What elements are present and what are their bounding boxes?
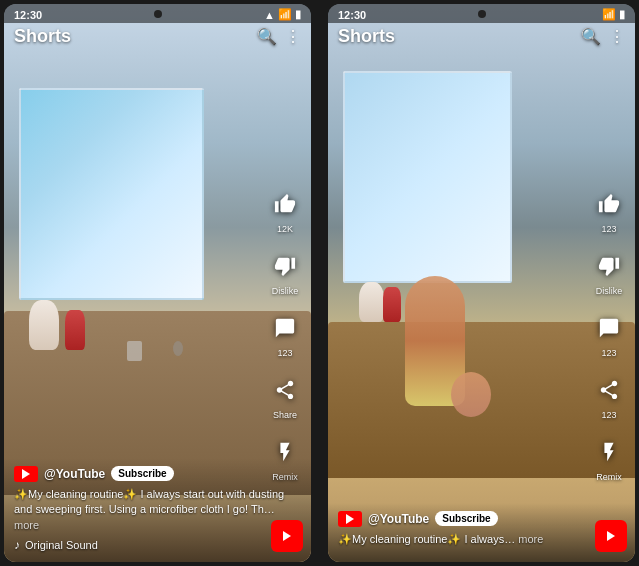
- right-comment-icon: [591, 310, 627, 346]
- left-description: ✨My cleaning routine✨ I always start out…: [14, 487, 301, 533]
- left-bottom-info: @YouTube Subscribe ✨My cleaning routine✨…: [4, 458, 311, 562]
- left-dislike-icon: [267, 248, 303, 284]
- left-subscribe-button[interactable]: Subscribe: [111, 466, 173, 481]
- toy: [29, 300, 59, 350]
- right-search-button[interactable]: 🔍: [581, 27, 601, 46]
- table-item2: [173, 341, 183, 356]
- left-dislike-label: Dislike: [272, 286, 299, 296]
- left-like-action[interactable]: 12K: [267, 186, 303, 234]
- right-yt-music-button[interactable]: [595, 520, 627, 552]
- left-top-icons: 🔍 ⋮: [257, 27, 301, 46]
- right-yt-play: [346, 514, 354, 524]
- left-search-button[interactable]: 🔍: [257, 27, 277, 46]
- left-phone: 12:30 ▲ 📶 ▮ Shorts 🔍 ⋮ 12K: [4, 4, 311, 562]
- right-comment-count: 123: [601, 348, 616, 358]
- right-share-icon: [591, 372, 627, 408]
- left-sound-label: Original Sound: [25, 539, 98, 551]
- right-more-button[interactable]: ⋮: [609, 27, 625, 46]
- right-camera-dot: [478, 10, 486, 18]
- left-like-icon: [267, 186, 303, 222]
- right-remix-action[interactable]: Remix: [591, 434, 627, 482]
- camera-dot: [154, 10, 162, 18]
- right-subscribe-button[interactable]: Subscribe: [435, 511, 497, 526]
- left-comment-action[interactable]: 123: [267, 310, 303, 358]
- left-comment-icon: [267, 310, 303, 346]
- right-yt-logo: [338, 511, 362, 527]
- right-toy: [359, 282, 384, 322]
- right-yt-music-play-icon: [607, 531, 615, 541]
- left-yt-music-button[interactable]: [271, 520, 303, 552]
- left-more-link[interactable]: more: [14, 519, 39, 531]
- right-channel-row: @YouTube Subscribe: [338, 511, 625, 527]
- right-remix-label: Remix: [596, 472, 622, 482]
- right-time: 12:30: [338, 9, 366, 21]
- right-more-link[interactable]: more: [518, 533, 543, 545]
- left-share-icon: [267, 372, 303, 408]
- right-dislike-icon: [591, 248, 627, 284]
- right-like-icon: [591, 186, 627, 222]
- right-top-icons: 🔍 ⋮: [581, 27, 625, 46]
- left-time: 12:30: [14, 9, 42, 21]
- right-share-action[interactable]: 123: [591, 372, 627, 420]
- left-dislike-action[interactable]: Dislike: [267, 248, 303, 296]
- left-title: Shorts: [14, 26, 71, 47]
- right-description: ✨My cleaning routine✨ I always… more: [338, 532, 625, 547]
- right-vase: [383, 287, 401, 322]
- right-comment-action[interactable]: 123: [591, 310, 627, 358]
- left-yt-logo: [14, 466, 38, 482]
- right-dislike-label: Dislike: [596, 286, 623, 296]
- left-actions: 12K Dislike 123 Share: [267, 186, 303, 482]
- right-video-bg: [328, 4, 635, 562]
- left-channel-row: @YouTube Subscribe: [14, 466, 301, 482]
- right-battery-icon: ▮: [619, 8, 625, 21]
- left-top-bar: Shorts 🔍 ⋮: [4, 22, 311, 51]
- right-remix-icon: [591, 434, 627, 470]
- right-actions: 123 Dislike 123 123: [591, 186, 627, 482]
- battery-icon: ▮: [295, 8, 301, 21]
- right-room-bg: [328, 4, 635, 562]
- signal-icon: ▲: [264, 9, 275, 21]
- left-comment-count: 123: [277, 348, 292, 358]
- table-item1: [127, 341, 142, 361]
- right-bottom-info: @YouTube Subscribe ✨My cleaning routine✨…: [328, 503, 635, 562]
- right-dislike-action[interactable]: Dislike: [591, 248, 627, 296]
- left-more-button[interactable]: ⋮: [285, 27, 301, 46]
- right-window: [343, 71, 512, 283]
- right-share-count: 123: [601, 410, 616, 420]
- left-music-note-icon: ♪: [14, 538, 20, 552]
- right-head: [451, 372, 491, 417]
- right-status-icons: 📶 ▮: [602, 8, 625, 21]
- phones-container: 12:30 ▲ 📶 ▮ Shorts 🔍 ⋮ 12K: [0, 0, 639, 566]
- left-channel-name: @YouTube: [44, 467, 105, 481]
- right-like-action[interactable]: 123: [591, 186, 627, 234]
- right-top-bar: Shorts 🔍 ⋮: [328, 22, 635, 51]
- right-channel-name: @YouTube: [368, 512, 429, 526]
- left-yt-music-play-icon: [283, 531, 291, 541]
- right-title: Shorts: [338, 26, 395, 47]
- vase: [65, 310, 85, 350]
- left-like-count: 12K: [277, 224, 293, 234]
- right-wifi-icon: 📶: [602, 8, 616, 21]
- left-share-action[interactable]: Share: [267, 372, 303, 420]
- phone-divider: [317, 4, 322, 562]
- right-phone: 12:30 📶 ▮ Shorts 🔍 ⋮ 123: [328, 4, 635, 562]
- left-share-label: Share: [273, 410, 297, 420]
- left-status-icons: ▲ 📶 ▮: [264, 8, 301, 21]
- left-yt-play: [22, 469, 30, 479]
- right-like-count: 123: [601, 224, 616, 234]
- wifi-icon: 📶: [278, 8, 292, 21]
- left-sound-row: ♪ Original Sound: [14, 538, 301, 552]
- left-window: [19, 88, 203, 300]
